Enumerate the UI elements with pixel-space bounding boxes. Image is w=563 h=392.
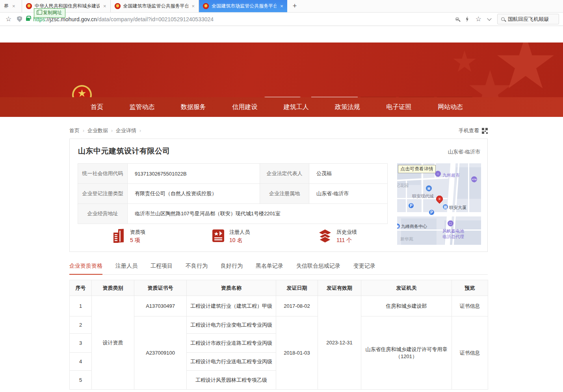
search-category-tabs: 建设工程企业 从业人员 建设项目 诚信记录: [311, 97, 488, 97]
tab-close-icon[interactable]: ×: [280, 3, 283, 9]
cell-seq: 2: [70, 316, 92, 334]
info-label-legal-rep: 企业法定代表人: [260, 164, 309, 184]
mobile-view[interactable]: 手机查看: [459, 127, 488, 134]
nav-item-home[interactable]: 首页: [91, 103, 103, 111]
company-info-table: 统一社会信用代码 91371302675501022B 企业法定代表人 公茂福 …: [78, 163, 388, 224]
col-issue-date: 发证日期: [276, 280, 318, 296]
search-tab-project[interactable]: 建设项目: [399, 97, 434, 97]
cell-cert-no: A137030497: [134, 296, 187, 316]
certificate-info-link[interactable]: 证书信息: [452, 316, 488, 390]
map-tooltip: 点击可查看详情: [398, 165, 436, 173]
cell-name: 工程设计市政行业道路工程专业丙级: [187, 334, 276, 353]
url-path: /data/company/detail?id=0021052912405330…: [97, 16, 214, 22]
nav-item-credit[interactable]: 信用建设: [232, 103, 257, 111]
qualification-table: 序号 资质类别 资质证书号 资质名称 发证日期 发证有效期 发证机关 预览 1 …: [69, 280, 488, 390]
browser-toolbar: ☆ https://jzsc.mohurd.gov.cn/data/compan…: [0, 13, 563, 26]
tab-label: 全国建筑市场监管公共服务平台: [212, 3, 277, 9]
building-icon: [112, 229, 126, 244]
shield-add-icon[interactable]: [17, 16, 22, 22]
tab-close-icon[interactable]: ×: [12, 3, 15, 9]
tab-close-icon[interactable]: ×: [192, 3, 195, 9]
breadcrumb-company-data[interactable]: 企业数据: [87, 127, 108, 134]
browser-tab-0[interactable]: 界 ×: [0, 0, 22, 12]
search-tab-personnel[interactable]: 从业人员: [360, 97, 396, 97]
cell-name: 工程设计建筑行业（建筑工程）甲级: [187, 296, 276, 316]
tab-bad-behavior[interactable]: 不良行为: [186, 263, 208, 274]
header-search-module: 建设工程企业 从业人员 建设项目 诚信记录 搜索: [311, 97, 488, 97]
cell-issue-date: 2017-08-02: [276, 296, 318, 316]
nav-item-policy[interactable]: 政策法规: [335, 103, 360, 111]
stat-label: 资质项: [130, 229, 145, 236]
tab-change-records[interactable]: 变更记录: [353, 263, 375, 274]
cell-name: 工程设计电力行业送电工程专业丙级: [187, 353, 276, 371]
search-tab-enterprise[interactable]: 建设工程企业: [311, 97, 358, 97]
tab-dishonesty-records[interactable]: 失信联合惩戒记录: [296, 263, 340, 274]
company-name: 山东中元建筑设计有限公司: [78, 146, 170, 156]
map-label-lianan-city: 联安现代城: [412, 193, 434, 199]
info-value-reg-region: 山东省-临沂市: [309, 184, 388, 204]
authority-line-2: （1201）: [364, 353, 449, 360]
cell-name: 工程设计电力行业变电工程专业丙级: [187, 316, 276, 334]
secure-lock-icon: [26, 18, 30, 21]
main-navigation: 首页 监管动态 数据服务 信用建设 建筑工人 政策法规 电子证照 网站动态: [0, 97, 563, 117]
breadcrumb-separator: ›: [83, 128, 84, 133]
table-header-row: 序号 资质类别 资质证书号 资质名称 发证日期 发证有效期 发证机关 预览: [70, 280, 488, 296]
info-label-credit-code: 统一社会信用代码: [78, 164, 128, 184]
bookmark-star-icon[interactable]: ☆: [6, 15, 11, 23]
browser-search-box[interactable]: 国航回应飞机颠簸: [497, 14, 559, 24]
stat-registered-personnel[interactable]: 注册人员 10 名: [212, 229, 250, 244]
chevron-down-icon[interactable]: [487, 16, 491, 20]
nav-item-data-service[interactable]: 数据服务: [181, 103, 206, 111]
battery-pin-icon: ▢: [448, 220, 453, 226]
cell-validity: 2023-12-31: [318, 296, 361, 390]
site-header: 中华人民共和国住房和城乡建设部 www.mohurd.gov.cn 全国建筑市场…: [0, 43, 563, 97]
map-label-lianan-tower: 联安大厦: [449, 205, 466, 211]
lightning-icon[interactable]: [465, 16, 469, 22]
col-preview: 预览: [452, 280, 488, 296]
nav-item-supervision[interactable]: 监管动态: [129, 103, 154, 111]
tab-enterprise-qualification[interactable]: 企业资质资格: [69, 263, 102, 275]
supermarket-pin-icon: ⌂: [435, 171, 441, 177]
map-road: [397, 212, 481, 216]
mobile-view-label: 手机查看: [459, 127, 479, 134]
tab-close-icon[interactable]: ×: [103, 3, 106, 9]
breadcrumb-home[interactable]: 首页: [69, 127, 80, 134]
info-value-reg-type: 有限责任公司（自然人投资或控股）: [128, 184, 260, 204]
info-value-credit-code: 91371302675501022B: [128, 164, 260, 184]
location-map[interactable]: 点击可查看详情 ⌂ 九州超市 ATM 纪花园 ▦ 联安现代城 ▦ 联安大厦 P …: [397, 163, 481, 245]
stat-qualifications[interactable]: 资质项 5 项: [112, 229, 145, 244]
toolbar-right-icons: ☆ 国航回应飞机颠簸: [455, 14, 563, 24]
business-center-icon: ◉: [397, 223, 400, 229]
browser-tab-2[interactable]: 全国建筑市场监管公共服务平台 ×: [111, 0, 199, 12]
map-label-garden: 纪花园: [397, 183, 409, 189]
search-tab-credit[interactable]: 诚信记录: [437, 97, 472, 97]
col-name: 资质名称: [187, 280, 276, 296]
info-value-legal-rep: 公茂福: [309, 164, 388, 184]
nav-item-news[interactable]: 网站动态: [438, 103, 463, 111]
registry-book-icon: [212, 229, 225, 243]
cell-seq: 1: [70, 296, 92, 316]
zoom-out-icon[interactable]: [455, 17, 459, 21]
parking-icon: P: [429, 209, 435, 215]
tab-projects[interactable]: 工程项目: [151, 263, 173, 274]
map-label-battery-2: 临沂总代理: [442, 234, 464, 240]
authority-line-1: 山东省住房和城乡建设厅许可专用章: [364, 346, 449, 353]
cell-seq: 3: [70, 334, 92, 353]
new-tab-button[interactable]: +: [287, 0, 303, 12]
cell-authority: 住房和城乡建设部: [361, 296, 452, 316]
certificate-info-link[interactable]: 证书信息: [452, 296, 488, 316]
tab-blacklist[interactable]: 黑名单记录: [256, 263, 283, 274]
layers-icon: [318, 229, 332, 243]
nav-item-workers[interactable]: 建筑工人: [284, 103, 309, 111]
nav-item-certificate[interactable]: 电子证照: [386, 103, 412, 111]
breadcrumb-company-detail[interactable]: 企业详情: [116, 127, 136, 134]
tab-registered-personnel[interactable]: 注册人员: [115, 263, 137, 274]
browser-tab-active[interactable]: 全国建筑市场监管公共服务平台 ×: [199, 0, 287, 12]
col-category: 资质类别: [92, 280, 134, 296]
favorite-star-icon[interactable]: ☆: [476, 15, 481, 23]
stat-history-performance[interactable]: 历史业绩 111 个: [318, 229, 357, 244]
tab-good-behavior[interactable]: 良好行为: [221, 263, 243, 274]
stat-value: 5 项: [130, 237, 145, 244]
col-authority: 发证机关: [361, 280, 452, 296]
copy-url-tooltip: 复制网址: [34, 8, 65, 18]
